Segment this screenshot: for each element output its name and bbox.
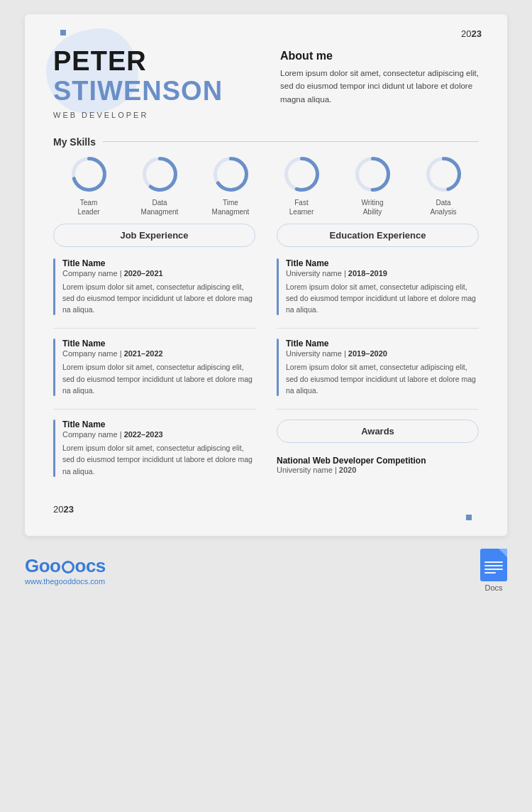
page-wrapper: 2023 PETER STIWENSON WEB DEVELOPER About… [0,14,532,592]
edu-divider [277,328,479,329]
skill-item: TimeManagment [211,155,250,216]
entry-content: Title Name Company name | 2021–2022 Lore… [62,339,255,396]
skill-item: TeamLeader [70,155,109,216]
awards-label: Awards [277,419,479,443]
entry-title: Title Name [62,419,255,429]
job-title: WEB DEVELOPER [53,111,223,119]
skill-label: DataManagment [141,198,179,216]
year-bottom: 2023 [53,504,479,515]
entry-sub: University name | 2019–2020 [286,349,479,358]
name-block: PETER STIWENSON WEB DEVELOPER [53,47,223,119]
docs-icon: Docs [480,549,507,592]
skill-item: DataManagment [140,155,179,216]
header-section: PETER STIWENSON WEB DEVELOPER About me L… [53,47,479,119]
skill-label: TeamLeader [77,198,99,216]
last-name: STIWENSON [53,77,223,106]
footer-brand: Gooocs www.thegooddocs.com Docs [25,536,507,592]
awards-divider [277,409,479,410]
brand-ocs: ocs [75,555,106,576]
skill-circle [282,155,321,194]
job-entries: Title Name Company name | 2020–2021 Lore… [53,258,255,477]
sq-top-left-decoration [60,30,66,35]
about-text: Lorem ipsum dolor sit amet, consectetur … [280,67,479,106]
edu-entries: Title Name University name | 2018–2019 L… [277,258,479,397]
about-title: About me [280,50,479,62]
award-title: National Web Developer Competition [277,456,479,466]
entry-desc: Lorem ipsum dolor sit amet, consectetur … [286,281,479,316]
entry-desc: Lorem ipsum dolor sit amet, consectetur … [286,361,479,396]
entry-sub: Company name | 2020–2021 [62,269,255,278]
year-top-bold: 23 [472,28,482,39]
entry-sub: University name | 2018–2019 [286,269,479,278]
about-block: About me Lorem ipsum dolor sit amet, con… [280,47,479,106]
skills-section-title: My Skills [53,136,479,148]
docs-line-2 [484,565,503,566]
entry-title: Title Name [62,258,255,268]
education-label: Education Experience [277,224,479,247]
resume-card: 2023 PETER STIWENSON WEB DEVELOPER About… [25,14,507,536]
brand-d-circle [62,561,74,574]
award-entries: National Web Developer Competition Unive… [277,453,479,477]
skill-label: TimeManagment [212,198,250,216]
skill-label: WritingAbility [362,198,384,216]
brand-left: Gooocs www.thegooddocs.com [25,555,106,586]
entry-content: Title Name Company name | 2020–2021 Lore… [62,258,255,316]
entry-bar [53,339,55,396]
job-divider [53,328,255,329]
brand-url: www.thegooddocs.com [25,577,106,586]
entry-bar [277,339,279,396]
docs-line-3 [484,569,503,570]
entry-desc: Lorem ipsum dolor sit amet, consectetur … [62,281,255,316]
skill-label: FastLearner [289,198,314,216]
docs-line-4 [484,572,496,574]
entry-content: Title Name Company name | 2022–2023 Lore… [62,419,255,477]
entry-content: Title Name University name | 2019–2020 L… [286,339,479,396]
skill-circle [211,155,250,194]
entry-bar [277,258,279,316]
award-sub: University name | 2020 [277,466,479,474]
job-entry: Title Name Company name | 2020–2021 Lore… [53,258,255,316]
job-entry: Title Name Company name | 2022–2023 Lore… [53,419,255,477]
skill-item: DataAnalysis [424,155,463,216]
docs-lines [480,552,507,578]
year-bottom-bold: 23 [63,504,73,515]
job-divider [53,409,255,410]
brand-logo: Gooocs [25,555,106,577]
entry-desc: Lorem ipsum dolor sit amet, consectetur … [62,361,255,396]
skills-row: TeamLeader DataManagment TimeManagment F… [53,155,479,216]
skill-item: FastLearner [282,155,321,216]
skill-circle [353,155,392,194]
skill-label: DataAnalysis [430,198,456,216]
entry-bar [53,258,55,316]
brand-goo: Goo [25,555,61,576]
docs-label: Docs [484,583,502,592]
entry-sub: Company name | 2021–2022 [62,349,255,358]
two-col-section: Job Experience Title Name Company name |… [53,224,479,490]
year-top: 2023 [461,28,482,39]
sq-bottom-right-decoration [466,515,472,520]
docs-icon-img [480,549,507,581]
award-entry: National Web Developer Competition Unive… [277,453,479,477]
skill-circle [70,155,109,194]
first-name: PETER [53,47,223,77]
skill-item: WritingAbility [353,155,392,216]
edu-entry: Title Name University name | 2018–2019 L… [277,258,479,316]
skill-circle [140,155,179,194]
education-col: Education Experience Title Name Universi… [277,224,479,490]
entry-title: Title Name [62,339,255,349]
docs-line-1 [484,561,503,563]
job-experience-col: Job Experience Title Name Company name |… [53,224,255,490]
job-experience-label: Job Experience [53,224,255,247]
entry-content: Title Name University name | 2018–2019 L… [286,258,479,316]
skill-circle [424,155,463,194]
job-entry: Title Name Company name | 2021–2022 Lore… [53,339,255,396]
edu-entry: Title Name University name | 2019–2020 L… [277,339,479,396]
entry-sub: Company name | 2022–2023 [62,430,255,439]
entry-title: Title Name [286,339,479,349]
entry-title: Title Name [286,258,479,268]
entry-bar [53,419,55,477]
entry-desc: Lorem ipsum dolor sit amet, consectetur … [62,442,255,477]
